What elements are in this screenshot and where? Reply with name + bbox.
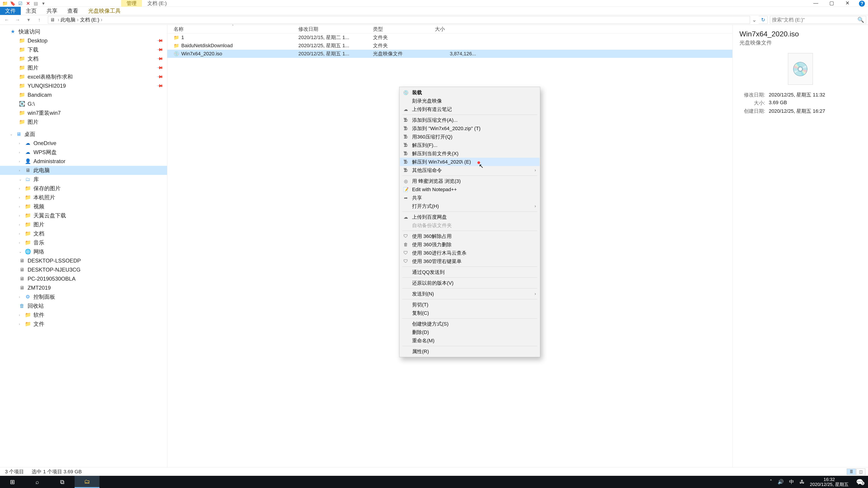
mi-honey[interactable]: ◎用 蜂蜜浏览器 浏览(3) [400,177,539,185]
qat-more-icon[interactable]: ▾ [40,1,46,6]
tree-docs[interactable]: ›📁文档 [0,229,167,238]
mi-share[interactable]: ➦共享 [400,194,539,202]
col-name[interactable]: ˄名称 [167,26,298,33]
view-details-button[interactable]: ≣ [847,468,856,475]
tree-yunqishi[interactable]: 📁YUNQISHI2019📌 [0,81,167,90]
mi-extractcur[interactable]: 🗜解压到当前文件夹(X) [400,149,539,158]
mi-restorever[interactable]: 还原以前的版本(V) [400,279,539,287]
mi-rename[interactable]: 重命名(M) [400,336,539,345]
mi-props[interactable]: 属性(R) [400,347,539,356]
tree-pictures2[interactable]: 📁图片 [0,118,167,127]
tree-video[interactable]: ›📁视频 [0,202,167,211]
mi-delete[interactable]: 删除(D) [400,328,539,336]
mi-360scan[interactable]: 🛡使用 360进行木马云查杀 [400,249,539,257]
search-input[interactable] [772,17,857,23]
mi-360menu[interactable]: 🛡使用 360管理右键菜单 [400,257,539,265]
crumb-drive[interactable]: 文档 (E:) [80,17,99,23]
mi-mount[interactable]: 💿装载 [400,88,539,97]
tab-view[interactable]: 查看 [62,7,83,15]
mi-360del[interactable]: 🗑使用 360强力删除 [400,240,539,249]
mi-shortcut[interactable]: 创建快捷方式(S) [400,320,539,328]
tree-localpic[interactable]: ›📁本机照片 [0,193,167,202]
crumb-pc[interactable]: 此电脑 [61,17,75,23]
network-icon[interactable]: 🖧 [800,479,804,485]
mi-copy[interactable]: 复制(C) [400,309,539,317]
maximize-button[interactable]: ▢ [824,0,839,6]
tree-onedrive[interactable]: ›☁OneDrive [0,139,167,148]
ime-indicator[interactable]: 中 [789,479,794,485]
forward-button[interactable]: → [13,17,23,23]
tree-thispc[interactable]: ›🖥此电脑 [0,166,167,175]
tab-file[interactable]: 文件 [0,7,21,15]
col-date[interactable]: 修改日期 [298,26,373,33]
search-box[interactable]: 🔍 [770,16,866,24]
breadcrumb[interactable]: 🖥 › 此电脑 › 文档 (E:) › [48,16,750,24]
file-row-selected[interactable]: 💿Win7x64_2020.iso 2020/12/25, 星期五 1... 光… [167,50,733,58]
tree-excel[interactable]: 📁excel表格制作求和📌 [0,72,167,81]
action-center-button[interactable]: 💬3 [854,479,865,486]
mi-extractnamed[interactable]: 🗜解压到 Win7x64_2020\ (E) [400,158,539,166]
help-button[interactable]: ? [859,1,865,6]
tree-savedpic[interactable]: ›📁保存的图片 [0,184,167,193]
tree-documents[interactable]: 📁文档📌 [0,54,167,63]
col-size[interactable]: 大小 [435,26,480,33]
tree-desk-root[interactable]: ⌄🖥桌面 [0,130,167,139]
search-icon[interactable]: 🔍 [857,17,864,23]
mi-youdao[interactable]: ☁上传到有道云笔记 [400,105,539,113]
recent-button[interactable]: ▾ [24,17,33,23]
tree-d-zmt[interactable]: 🖥ZMT2019 [0,283,167,292]
chevron-right-icon[interactable]: › [57,17,60,23]
tree-ctrlpanel[interactable]: ›⚙控制面板 [0,292,167,301]
mi-qqsend[interactable]: 通过QQ发送到 [400,268,539,276]
start-button[interactable]: ⊞ [0,476,25,488]
tree-wps[interactable]: ›☁WPS网盘 [0,148,167,157]
mi-npp[interactable]: 📝Edit with Notepad++ [400,185,539,194]
file-row[interactable]: 📁BaiduNetdiskDownload 2020/12/25, 星期五 1.… [167,41,733,50]
file-row[interactable]: 📁1 2020/12/15, 星期二 1... 文件夹 [167,33,733,41]
chevron-right-icon[interactable]: › [76,17,79,23]
clock[interactable]: 16:32 2020/12/25, 星期五 [810,477,848,487]
grid-icon[interactable]: ▤ [33,1,39,6]
mi-extractto[interactable]: 🗜解压到(F)... [400,141,539,149]
view-icons-button[interactable]: ◫ [856,468,865,475]
tree-pictures3[interactable]: ›📁图片 [0,220,167,229]
refresh-button[interactable]: ↻ [758,16,768,24]
close-button[interactable]: ✕ [839,0,855,6]
mi-othercomp[interactable]: 🗜其他压缩命令› [400,166,539,174]
tree-music[interactable]: ›📁音乐 [0,238,167,247]
mi-baidu[interactable]: ☁上传到百度网盘 [400,213,539,221]
tree-downloads[interactable]: 📁下载📌 [0,45,167,54]
mi-sendto[interactable]: 发送到(N)› [400,290,539,298]
tree-gdrive[interactable]: 💽G:\ [0,99,167,108]
tree-quick[interactable]: ★快速访问 [0,27,167,36]
explorer-taskbar-button[interactable]: 🗂 [74,476,99,488]
minimize-button[interactable]: — [808,0,824,6]
tab-share[interactable]: 共享 [41,7,62,15]
close-red-icon[interactable]: ✕ [25,1,31,6]
tree-win7[interactable]: 📁win7重装win7 [0,108,167,118]
mi-addzip[interactable]: 🗜添加到 "Win7x64_2020.zip" (T) [400,124,539,133]
tab-home[interactable]: 主页 [21,7,41,15]
tab-iso-tools[interactable]: 光盘映像工具 [83,7,126,15]
tree-d-njeu[interactable]: 🖥DESKTOP-NJEU3CG [0,265,167,274]
tree-tianyi[interactable]: ›📁天翼云盘下载 [0,211,167,220]
col-type[interactable]: 类型 [373,26,435,33]
tree-d-lsso[interactable]: 🖥DESKTOP-LSSOEDP [0,256,167,265]
tree-desktop[interactable]: 📁Desktop📌 [0,36,167,45]
chevron-right-icon[interactable]: › [100,17,103,23]
taskview-button[interactable]: ⧉ [50,476,74,488]
tree-network[interactable]: ⌄🌐网络 [0,247,167,256]
mi-addarchive[interactable]: 🗜添加到压缩文件(A)... [400,116,539,124]
mi-cut[interactable]: 剪切(T) [400,300,539,309]
up-button[interactable]: ↑ [34,17,44,23]
tree-d-pc19[interactable]: 🖥PC-20190530OBLA [0,274,167,283]
bookmark-icon[interactable]: 🔖 [9,1,16,6]
mi-burn[interactable]: 刻录光盘映像 [400,97,539,105]
manage-tab[interactable]: 管理 [121,0,142,7]
tree-lib[interactable]: ⌄🗂库 [0,175,167,184]
tree-admin[interactable]: ›👤Administrator [0,157,167,166]
search-button[interactable]: ⌕ [25,476,50,488]
tree-bandicam[interactable]: 📁Bandicam [0,90,167,99]
tree-recycle[interactable]: 🗑回收站 [0,301,167,311]
volume-icon[interactable]: 🔊 [778,479,784,485]
